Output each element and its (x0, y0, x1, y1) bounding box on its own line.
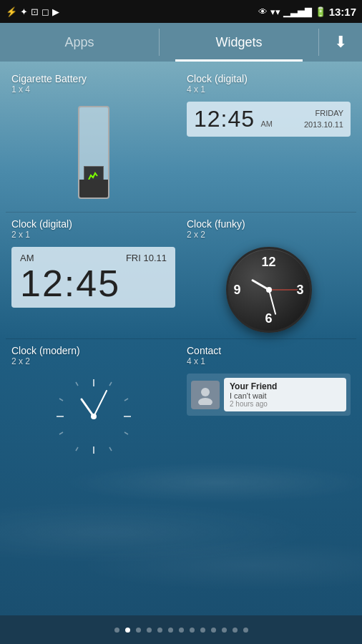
page-dot-7[interactable] (190, 628, 195, 633)
svg-line-5 (124, 399, 128, 401)
tab-widgets-label: Widgets (215, 35, 262, 50)
widget-cell-clock-digital-4x1[interactable]: Clock (digital) 4 x 1 12:45 AM FRIDAY 20… (181, 67, 356, 212)
widget-cell-cigarette-battery[interactable]: Cigarette Battery 1 x 4 (6, 67, 181, 212)
clock-2x1-day: FRI (126, 253, 141, 263)
svg-point-16 (198, 398, 212, 405)
svg-line-7 (59, 399, 63, 401)
page-dot-12[interactable] (243, 628, 248, 633)
svg-point-14 (91, 414, 97, 419)
clock-funky-preview: 12 3 6 9 (187, 244, 351, 333)
svg-line-9 (124, 432, 128, 434)
clock-4x1-time: 12:45 (194, 106, 255, 132)
clock-2x1-date: 10.11 (143, 253, 167, 263)
screenshot-icon: ⊡ (31, 6, 39, 17)
clock-time-container: 12:45 AM (194, 106, 273, 132)
dropbox-icon: ✦ (20, 6, 28, 17)
cigarette-battery-preview (11, 99, 175, 206)
clock-funky-face: 12 3 6 9 (228, 249, 310, 331)
contact-widget-preview: Your Friend I can't wait 2 hours ago (187, 374, 351, 416)
clock-digital-2x1-title: Clock (digital) (11, 218, 175, 230)
clock-4x1-date-info: FRIDAY 2013.10.11 (304, 108, 343, 130)
page-dot-10[interactable] (222, 628, 227, 633)
main-content: Cigarette Battery 1 x 4 Clock (digital) … (0, 62, 362, 615)
clock-2x1-day-date: FRI 10.11 (126, 253, 167, 263)
clock-modern-title: Clock (modern) (11, 345, 175, 356)
clock-4x1-day: FRIDAY (304, 108, 343, 119)
cigarette-battery-title: Cigarette Battery (11, 73, 175, 84)
clock-funky-second-hand (269, 290, 298, 291)
status-left-icons: ⚡ ✦ ⊡ ◻ ▶ (6, 6, 59, 17)
wifi-icon: ▾▾ (270, 6, 280, 17)
contact-time: 2 hours ago (230, 400, 341, 408)
clock-2x1-ampm: AM (20, 253, 34, 263)
widget-grid: Cigarette Battery 1 x 4 Clock (digital) … (0, 62, 362, 471)
page-dot-5[interactable] (168, 628, 173, 633)
svg-line-6 (76, 382, 78, 386)
tab-apps-label: Apps (64, 35, 94, 50)
svg-line-10 (76, 447, 78, 451)
download-button[interactable]: ⬇ (319, 23, 362, 62)
clock-4x1-ampm: AM (261, 119, 273, 128)
eye-icon: 👁 (258, 6, 268, 17)
clock-modern-preview (11, 371, 175, 459)
clock-digital-2x1-size: 2 x 1 (11, 230, 175, 240)
contact-message-bubble: Your Friend I can't wait 2 hours ago (224, 378, 346, 411)
svg-line-8 (109, 447, 112, 451)
status-bar: ⚡ ✦ ⊡ ◻ ▶ 👁 ▾▾ ▁▃▅▇ 🔋 13:17 (0, 0, 362, 23)
contact-name: Your Friend (230, 381, 341, 391)
clock-num-6: 6 (265, 311, 272, 326)
widget-cell-clock-modern[interactable]: Clock (modern) 2 x 2 (6, 339, 181, 465)
clock-digital-4x1-title: Clock (digital) (187, 73, 351, 84)
tab-apps[interactable]: Apps (0, 23, 159, 62)
clock-digital-4x1-size: 4 x 1 (187, 84, 351, 94)
music-icon: ▶ (52, 6, 59, 17)
battery-terminal (87, 106, 101, 107)
clock-funky-title: Clock (funky) (187, 218, 351, 230)
usb-icon: ⚡ (6, 6, 17, 17)
clock-digital-2x1-preview: AM FRI 10.11 12:45 (11, 247, 175, 308)
clock-modern-svg (51, 374, 137, 459)
page-dot-11[interactable] (233, 628, 238, 633)
page-dot-0[interactable] (114, 628, 119, 633)
page-dot-6[interactable] (179, 628, 184, 633)
svg-line-12 (82, 399, 94, 416)
page-dot-9[interactable] (211, 628, 216, 633)
page-dot-8[interactable] (200, 628, 205, 633)
download-icon: ⬇ (334, 33, 347, 52)
clock-digital-4x1-preview: 12:45 AM FRIDAY 2013.10.11 (187, 102, 351, 137)
widget-cell-contact[interactable]: Contact 4 x 1 Your Friend I can't wait 2… (181, 339, 356, 465)
clock-2x1-time: 12:45 (20, 265, 167, 302)
camera-icon: ◻ (41, 6, 49, 17)
page-dots (0, 615, 362, 644)
status-time: 13:17 (329, 6, 356, 18)
battery-widget (78, 106, 109, 199)
tab-bar: Apps Widgets ⬇ (0, 23, 362, 62)
page-dot-1[interactable] (125, 628, 130, 633)
page-dot-3[interactable] (147, 628, 152, 633)
tab-widgets[interactable]: Widgets (160, 23, 318, 62)
widget-cell-clock-funky[interactable]: Clock (funky) 2 x 2 12 3 6 9 (181, 213, 356, 338)
clock-funky-center (266, 287, 272, 293)
clock-funky-widget: 12 3 6 9 (226, 247, 312, 333)
clock-funky-size: 2 x 2 (187, 230, 351, 240)
widget-cell-clock-digital-2x1[interactable]: Clock (digital) 2 x 1 AM FRI 10.11 12:45 (6, 213, 181, 338)
svg-line-11 (59, 432, 63, 434)
clock-2x1-top-row: AM FRI 10.11 (20, 253, 167, 263)
contact-size: 4 x 1 (187, 356, 351, 366)
svg-line-13 (94, 391, 107, 416)
clock-modern-size: 2 x 2 (11, 356, 175, 366)
status-right-icons: 👁 ▾▾ ▁▃▅▇ 🔋 13:17 (258, 6, 356, 18)
clock-modern-widget (51, 374, 137, 459)
page-dot-2[interactable] (136, 628, 141, 633)
signal-icon: ▁▃▅▇ (283, 6, 312, 17)
contact-title: Contact (187, 345, 351, 356)
svg-line-4 (109, 382, 112, 386)
contact-avatar (191, 381, 220, 409)
cigarette-battery-size: 1 x 4 (11, 84, 175, 94)
battery-icon: 🔋 (315, 6, 326, 17)
clock-4x1-date: 2013.10.11 (304, 119, 343, 130)
svg-point-15 (201, 388, 210, 396)
contact-avatar-icon (195, 385, 215, 405)
clock-num-9: 9 (234, 283, 241, 298)
page-dot-4[interactable] (157, 628, 162, 633)
